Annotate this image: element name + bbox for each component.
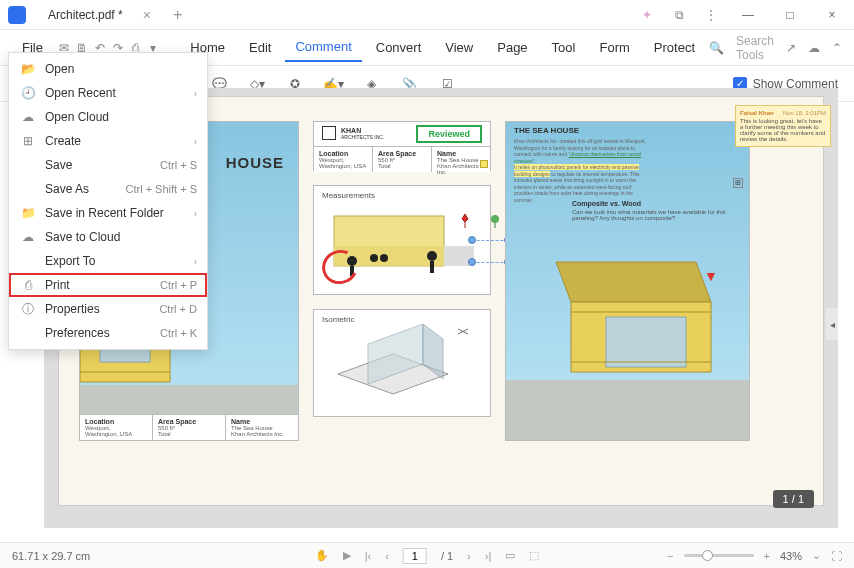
cloud-sync-icon[interactable]: ☁ — [808, 41, 820, 55]
minimize-button[interactable]: — — [734, 1, 762, 29]
composite-desc: Can we look into what materials we have … — [572, 209, 737, 221]
panel-isometric: Isometric — [313, 309, 491, 417]
red-arrow-icon[interactable]: ▼ — [704, 268, 718, 284]
file-menu-save-cloud[interactable]: ☁Save to Cloud — [9, 225, 207, 249]
file-menu-create[interactable]: ⊞Create› — [9, 129, 207, 153]
svg-point-12 — [370, 254, 378, 262]
svg-rect-15 — [430, 261, 434, 273]
statusbar: 61.71 x 29.7 cm ✋ ▶ |‹ ‹ / 1 › ›| ▭ ⬚ − … — [0, 542, 854, 568]
document-tab[interactable]: Architect.pdf * × — [38, 3, 161, 27]
titlebar: Architect.pdf * × + ✦ ⧉ ⋮ — □ × — [0, 0, 854, 30]
plus-box-icon: ⊞ — [19, 134, 37, 148]
menu-page[interactable]: Page — [487, 34, 537, 61]
khan-logo-icon — [322, 126, 336, 140]
chevron-right-icon: › — [194, 208, 197, 219]
menu-convert[interactable]: Convert — [366, 34, 432, 61]
file-menu-properties[interactable]: ⓘPropertiesCtrl + D — [9, 297, 207, 321]
close-window-button[interactable]: × — [818, 1, 846, 29]
fit-width-icon[interactable]: ▭ — [505, 549, 515, 562]
fit-page-icon[interactable]: ⬚ — [529, 549, 539, 562]
info-icon: ⓘ — [19, 301, 37, 318]
first-page-icon[interactable]: |‹ — [365, 550, 372, 562]
panel-measurements: Measurements — [313, 185, 491, 295]
file-menu-preferences[interactable]: PreferencesCtrl + K — [9, 321, 207, 345]
kebab-menu-icon[interactable]: ⋮ — [702, 6, 720, 24]
panel-sea-house: THE SEA HOUSE Khan Architects Inc. creat… — [505, 121, 750, 441]
pushpin-green-icon[interactable] — [490, 214, 500, 228]
house-title: HOUSE — [226, 154, 284, 171]
file-menu-save[interactable]: SaveCtrl + S — [9, 153, 207, 177]
zoom-out-icon[interactable]: − — [667, 550, 673, 562]
zoom-slider[interactable] — [684, 554, 754, 557]
expand-icon[interactable]: ⌃ — [832, 41, 842, 55]
file-menu-save-as[interactable]: Save AsCtrl + Shift + S — [9, 177, 207, 201]
file-menu-open[interactable]: 📂Open — [9, 57, 207, 81]
reviewed-stamp: Reviewed — [416, 125, 482, 143]
cloud-icon: ☁ — [19, 110, 37, 124]
selection-line — [472, 240, 508, 241]
menu-comment[interactable]: Comment — [285, 33, 361, 62]
folder-open-icon: 📂 — [19, 62, 37, 76]
panel-legend: LocationWestport,Washington, USA Area Sp… — [80, 414, 298, 440]
last-page-icon[interactable]: ›| — [485, 550, 492, 562]
menu-protect[interactable]: Protect — [644, 34, 705, 61]
printer-icon: ⎙ — [19, 278, 37, 292]
zoom-in-icon[interactable]: + — [764, 550, 770, 562]
page-total: / 1 — [441, 550, 453, 562]
svg-point-14 — [427, 251, 437, 261]
page-dimensions: 61.71 x 29.7 cm — [12, 550, 90, 562]
file-menu-print[interactable]: ⎙PrintCtrl + P — [9, 273, 207, 297]
panel-header: KHAN ARCHITECTS INC. Reviewed LocationWe… — [313, 121, 491, 171]
maximize-button[interactable]: □ — [776, 1, 804, 29]
popup-icon[interactable]: ⧉ — [670, 6, 688, 24]
file-menu-dropdown: 📂Open 🕘Open Recent› ☁Open Cloud ⊞Create›… — [8, 52, 208, 350]
clock-icon: 🕘 — [19, 86, 37, 100]
search-hint[interactable]: Search Tools — [736, 34, 774, 62]
zoom-thumb[interactable] — [702, 550, 713, 561]
menu-view[interactable]: View — [435, 34, 483, 61]
hand-tool-icon[interactable]: ✋ — [315, 549, 329, 562]
file-menu-open-cloud[interactable]: ☁Open Cloud — [9, 105, 207, 129]
file-menu-save-recent-folder[interactable]: 📁Save in Recent Folder› — [9, 201, 207, 225]
add-tab-icon[interactable]: + — [173, 6, 182, 24]
isometric-drawing — [328, 324, 478, 410]
next-page-icon[interactable]: › — [467, 550, 471, 562]
fullscreen-icon[interactable]: ⛶ — [831, 550, 842, 562]
file-menu-open-recent[interactable]: 🕘Open Recent› — [9, 81, 207, 105]
select-tool-icon[interactable]: ▶ — [343, 549, 351, 562]
svg-point-13 — [380, 254, 388, 262]
sea-house-illustration — [536, 232, 726, 402]
close-tab-icon[interactable]: × — [143, 7, 151, 23]
folder-icon: 📁 — [19, 206, 37, 220]
page-indicator: 1 / 1 — [773, 490, 814, 508]
chevron-right-icon: › — [194, 88, 197, 99]
chevron-down-icon[interactable]: ⌄ — [812, 549, 821, 562]
page-number-input[interactable] — [403, 548, 427, 564]
sticky-note-icon[interactable] — [480, 160, 488, 168]
selection-handle[interactable] — [468, 236, 476, 244]
svg-rect-25 — [606, 317, 686, 367]
center-panel-stack: KHAN ARCHITECTS INC. Reviewed LocationWe… — [313, 121, 491, 481]
ai-sparkle-icon[interactable]: ✦ — [638, 6, 656, 24]
cloud-up-icon: ☁ — [19, 230, 37, 244]
pushpin-red-icon[interactable] — [460, 214, 470, 228]
tab-title: Architect.pdf * — [48, 8, 123, 22]
file-menu-export[interactable]: Export To› — [9, 249, 207, 273]
collapse-panel-icon[interactable]: ◂ — [826, 308, 838, 340]
comment-note[interactable]: Faisal Khan Nov 18, 2:01PM This is looki… — [735, 105, 831, 147]
expand-note-icon[interactable]: ⊞ — [733, 178, 743, 188]
svg-point-16 — [491, 215, 499, 223]
chevron-right-icon: › — [194, 256, 197, 267]
chevron-right-icon: › — [194, 136, 197, 147]
svg-marker-23 — [556, 262, 711, 302]
menu-form[interactable]: Form — [589, 34, 639, 61]
menu-edit[interactable]: Edit — [239, 34, 281, 61]
prev-page-icon[interactable]: ‹ — [385, 550, 389, 562]
search-icon[interactable]: 🔍 — [709, 41, 724, 55]
composite-title: Composite vs. Wood — [572, 200, 641, 207]
external-link-icon[interactable]: ↗ — [786, 41, 796, 55]
menu-tool[interactable]: Tool — [542, 34, 586, 61]
zoom-percent[interactable]: 43% — [780, 550, 802, 562]
app-logo-icon — [8, 6, 26, 24]
